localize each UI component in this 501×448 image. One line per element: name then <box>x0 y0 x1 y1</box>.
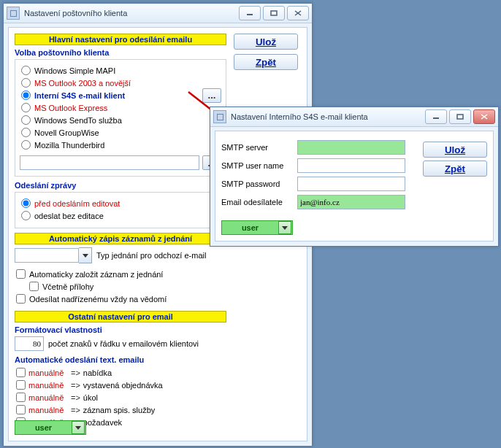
client-radio[interactable] <box>21 90 31 100</box>
auto-check-label: Automaticky založit záznam z jednání <box>29 270 163 279</box>
user-dropdown[interactable]: user <box>15 420 86 435</box>
maximize-button[interactable] <box>449 109 471 124</box>
auto-check-row[interactable]: Automaticky založit záznam z jednání <box>15 268 226 280</box>
autosend-mode: manuálně <box>28 381 68 390</box>
client-radio[interactable] <box>21 78 31 88</box>
type-combo-input[interactable] <box>15 248 79 263</box>
chevron-down-icon[interactable] <box>79 247 92 263</box>
autosend-row[interactable]: manuálně=>nabídka <box>15 366 226 379</box>
section-header-auto: Automatický zápis záznamů z jednání <box>15 233 226 244</box>
user-dropdown[interactable]: user <box>221 220 293 235</box>
client-radio-row[interactable]: Mozilla Thunderbird <box>20 139 221 151</box>
chars-label: počet znaků v řádku v emailovém klientov… <box>48 339 199 348</box>
auto-check-label: Včetně přílohy <box>42 282 93 291</box>
auto-check-row[interactable]: Odesílat nadřízenému vždy na vědomí <box>15 293 226 305</box>
field-label: SMTP password <box>221 179 297 188</box>
send-radio-row[interactable]: před odesláním editovat <box>20 197 221 209</box>
chevron-down-icon[interactable] <box>278 221 291 234</box>
svg-rect-1 <box>271 11 277 15</box>
chevron-down-icon[interactable] <box>72 421 85 434</box>
section-label-client: Volba poštovního klienta <box>15 48 226 57</box>
autosend-checkbox[interactable] <box>16 393 26 402</box>
send-radio-label: před odesláním editovat <box>34 199 120 208</box>
save-button[interactable]: Ulož <box>234 34 298 50</box>
autosend-target: úkol <box>83 393 98 402</box>
client-radio[interactable] <box>21 66 31 75</box>
section-header-main: Hlavní nastavení pro odesílání emailu <box>15 34 226 45</box>
arrow-separator: => <box>71 368 80 377</box>
close-button[interactable] <box>287 6 309 20</box>
chars-input[interactable] <box>15 336 44 351</box>
close-button[interactable] <box>473 109 495 124</box>
app-icon <box>213 110 226 123</box>
client-radio[interactable] <box>21 140 31 150</box>
client-radio-row[interactable]: Interní S4S e-mail klient... <box>20 89 221 101</box>
auto-checkbox[interactable] <box>16 269 26 279</box>
type-combo-label: Typ jednání pro odchozí e-mail <box>96 251 206 260</box>
arrow-separator: => <box>71 381 80 390</box>
back-button[interactable]: Zpět <box>234 54 298 70</box>
client-groupbox: Windows Simple MAPIMS Outlook 2003 a nov… <box>15 59 226 177</box>
smtp-server-input[interactable] <box>297 140 405 155</box>
autosend-mode: manuálně <box>28 406 68 414</box>
maximize-button[interactable] <box>263 6 285 20</box>
autosend-row[interactable]: manuálně=>úkol <box>15 391 226 403</box>
client-radio-label: Mozilla Thunderbird <box>34 141 104 150</box>
arrow-separator: => <box>71 393 80 402</box>
autosend-target: záznam spis. služby <box>83 406 155 414</box>
client-path-input[interactable] <box>20 155 199 170</box>
client-config-button[interactable]: ... <box>202 88 221 103</box>
client-radio-row[interactable]: Windows SendTo služba <box>20 114 221 126</box>
client-radio-row[interactable]: Windows Simple MAPI <box>20 64 221 77</box>
window-title: Nastavení poštovního klienta <box>24 9 239 18</box>
auto-check-row[interactable]: Včetně přílohy <box>15 280 226 293</box>
auto-checkbox[interactable] <box>29 282 39 291</box>
autosend-checkbox[interactable] <box>16 405 26 414</box>
window-title: Nastavení Interního S4S e-mail klienta <box>231 112 425 121</box>
field-label: Email odesílatele <box>221 198 297 206</box>
client-radio-row[interactable]: MS Outlook Express <box>20 101 221 114</box>
svg-rect-6 <box>457 115 463 119</box>
client-radio-label: MS Outlook Express <box>34 104 107 112</box>
client-radio-label: MS Outlook 2003 a novější <box>34 79 131 88</box>
type-combo[interactable] <box>15 247 92 263</box>
email-from-input[interactable] <box>297 195 405 209</box>
field-label: SMTP user name <box>221 161 297 170</box>
window-body: SMTP server SMTP user name SMTP password… <box>215 131 494 242</box>
autosend-target: nabídka <box>83 368 112 377</box>
smtp-window: Nastavení Interního S4S e-mail klienta S… <box>210 107 499 247</box>
section-header-other: Ostatní nastavení pro email <box>15 311 226 323</box>
autosend-mode: manuálně <box>28 393 68 402</box>
back-button[interactable]: Zpět <box>423 161 487 177</box>
arrow-separator: => <box>71 406 80 414</box>
section-label-send: Odeslání zprávy <box>15 181 226 190</box>
client-radio-label: Interní S4S e-mail klient <box>34 91 125 100</box>
send-radio-row[interactable]: odeslat bez editace <box>20 209 221 222</box>
section-label-autosend: Automatické odeslání text. emailu <box>15 355 226 364</box>
client-radio-label: Novell GroupWise <box>34 128 99 137</box>
autosend-mode: manuálně <box>28 368 68 377</box>
minimize-button[interactable] <box>425 109 447 124</box>
client-radio[interactable] <box>21 103 31 112</box>
smtp-user-input[interactable] <box>297 158 405 173</box>
autosend-target: požadavek <box>83 418 122 427</box>
autosend-checkbox[interactable] <box>16 380 26 390</box>
autosend-checkbox[interactable] <box>16 368 26 377</box>
client-radio-row[interactable]: Novell GroupWise <box>20 126 221 139</box>
client-radio[interactable] <box>21 128 31 137</box>
client-radio-label: Windows Simple MAPI <box>34 66 115 75</box>
send-radio[interactable] <box>21 211 31 220</box>
minimize-button[interactable] <box>239 6 261 20</box>
titlebar[interactable]: Nastavení poštovního klienta <box>4 4 312 23</box>
save-button[interactable]: Ulož <box>423 142 487 158</box>
send-radio[interactable] <box>21 198 31 208</box>
client-radio-row[interactable]: MS Outlook 2003 a novější <box>20 77 221 89</box>
autosend-row[interactable]: manuálně=>vystavená objednávka <box>15 379 226 391</box>
titlebar[interactable]: Nastavení Interního S4S e-mail klienta <box>210 107 498 127</box>
client-radio[interactable] <box>21 115 31 125</box>
section-label-format: Formátovací vlastnosti <box>15 325 226 334</box>
send-groupbox: před odesláním editovatodeslat bez edita… <box>15 192 226 228</box>
smtp-password-input[interactable] <box>297 177 405 191</box>
autosend-row[interactable]: manuálně=>záznam spis. služby <box>15 403 226 416</box>
auto-checkbox[interactable] <box>16 294 26 304</box>
